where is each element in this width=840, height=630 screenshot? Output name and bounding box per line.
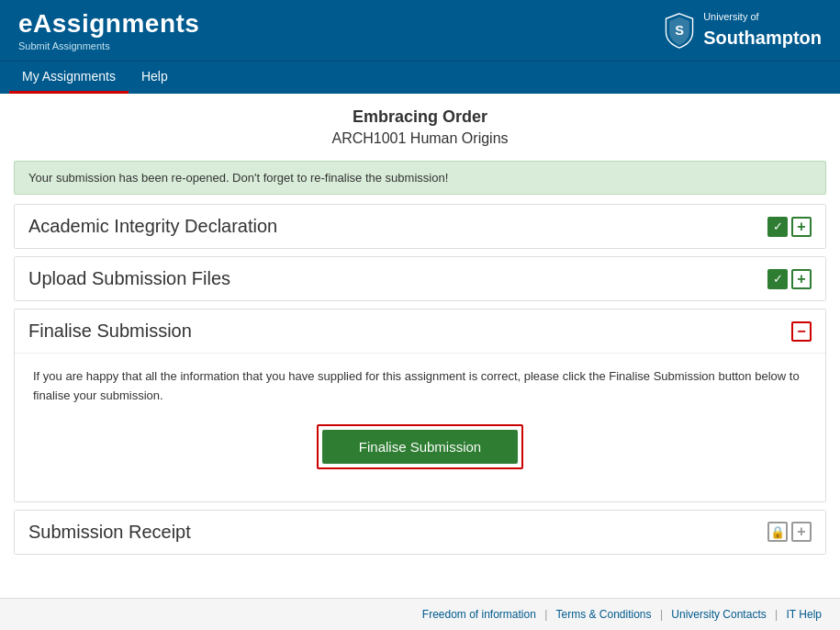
section-receipt-icons: 🔒 +: [767, 522, 812, 542]
finalise-button-wrapper: Finalise Submission: [317, 424, 523, 469]
plus-icon[interactable]: +: [791, 217, 812, 237]
nav-item-my-assignments[interactable]: My Assignments: [9, 62, 129, 94]
group-name: Embracing Order: [18, 107, 822, 127]
plus-icon-upload[interactable]: +: [791, 269, 812, 289]
main-content: Embracing Order ARCH1001 Human Origins Y…: [0, 94, 840, 598]
footer-link-ithelp[interactable]: IT Help: [787, 608, 822, 621]
section-finalise-content: If you are happy that all the informatio…: [15, 353, 825, 501]
section-finalise-title: Finalise Submission: [28, 321, 192, 342]
footer-sep-2: |: [660, 608, 663, 621]
section-upload-files: Upload Submission Files ✓ +: [14, 256, 826, 301]
lock-icon-receipt: 🔒: [767, 522, 788, 542]
section-receipt-header[interactable]: Submission Receipt 🔒 +: [15, 511, 825, 554]
section-submission-receipt: Submission Receipt 🔒 +: [14, 510, 826, 555]
section-finalise: Finalise Submission − If you are happy t…: [14, 309, 826, 502]
section-academic-integrity: Academic Integrity Declaration ✓ +: [14, 204, 826, 249]
finalise-submission-button[interactable]: Finalise Submission: [322, 430, 518, 464]
svg-text:S: S: [675, 23, 684, 38]
section-academic-integrity-header[interactable]: Academic Integrity Declaration ✓ +: [15, 205, 825, 248]
app-branding: eAssignments Submit Assignments: [18, 9, 199, 51]
app-title: eAssignments: [18, 9, 199, 39]
section-academic-integrity-icons: ✓ +: [767, 217, 812, 237]
university-branding: S University of Southampton: [663, 10, 822, 50]
finalise-description: If you are happy that all the informatio…: [33, 367, 807, 406]
section-upload-files-title: Upload Submission Files: [28, 268, 230, 289]
section-upload-files-header[interactable]: Upload Submission Files ✓ +: [15, 257, 825, 300]
university-name: University of Southampton: [703, 10, 822, 50]
shield-icon: S: [663, 12, 696, 49]
university-logo: S University of Southampton: [663, 10, 822, 50]
section-receipt-title: Submission Receipt: [28, 522, 191, 543]
section-academic-integrity-title: Academic Integrity Declaration: [28, 216, 277, 237]
app-subtitle: Submit Assignments: [18, 40, 199, 51]
footer-sep-3: |: [775, 608, 778, 621]
footer-link-contacts[interactable]: University Contacts: [671, 608, 766, 621]
module-name: ARCH1001 Human Origins: [18, 130, 822, 147]
footer-sep-1: |: [544, 608, 547, 621]
minus-icon-finalise[interactable]: −: [791, 321, 812, 342]
section-finalise-header[interactable]: Finalise Submission −: [15, 309, 825, 353]
check-icon-upload: ✓: [767, 269, 788, 289]
section-upload-files-icons: ✓ +: [767, 269, 812, 289]
page-footer: Freedom of information | Terms & Conditi…: [0, 598, 840, 630]
footer-link-freedom[interactable]: Freedom of information: [422, 608, 536, 621]
check-icon: ✓: [767, 217, 788, 237]
nav-item-help[interactable]: Help: [129, 62, 181, 94]
alert-message: Your submission has been re-opened. Don'…: [14, 161, 826, 195]
main-nav: My Assignments Help: [0, 61, 840, 94]
footer-link-terms[interactable]: Terms & Conditions: [555, 608, 651, 621]
plus-icon-receipt[interactable]: +: [791, 522, 812, 542]
page-title-area: Embracing Order ARCH1001 Human Origins: [0, 94, 840, 156]
header: eAssignments Submit Assignments S Univer…: [0, 0, 840, 61]
section-finalise-icons: −: [791, 321, 812, 342]
finalise-button-container: Finalise Submission: [33, 406, 807, 488]
